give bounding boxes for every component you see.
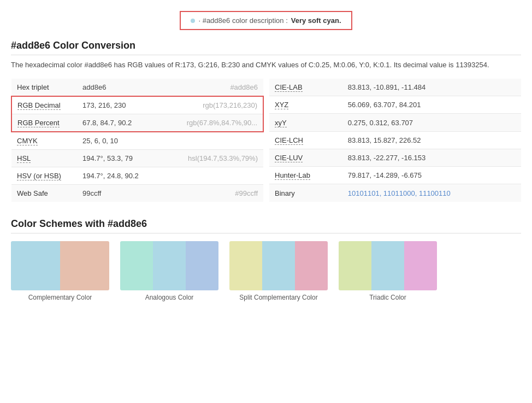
left-label-cell: RGB Percent <box>11 114 77 132</box>
schemes-title: Color Schemes with #add8e6 <box>11 218 521 233</box>
color-swatch-group <box>339 241 437 290</box>
right-value-cell: 83.813, 15.827, 226.52 <box>342 131 521 149</box>
color-swatch <box>295 241 328 290</box>
left-table-row: HSL194.7°, 53.3, 79hsl(194.7,53.3%,79%) <box>11 149 263 167</box>
right-label-cell: XYZ <box>269 96 342 114</box>
left-table-row: Web Safe99ccff#99ccff <box>11 184 263 202</box>
color-swatch <box>404 241 437 290</box>
left-label-cell: HSV (or HSB) <box>11 167 77 184</box>
conversion-title: #add8e6 Color Conversion <box>11 40 521 55</box>
color-scheme-item[interactable]: Split Complementary Color <box>229 241 328 301</box>
scheme-label: Split Complementary Color <box>239 294 317 301</box>
left-label-cell: RGB Decimal <box>11 96 77 114</box>
color-swatch <box>120 241 153 290</box>
scheme-label: Analogous Color <box>145 294 194 301</box>
left-table-row: CMYK25, 6, 0, 10 <box>11 132 263 150</box>
right-label-cell: Binary <box>269 184 342 202</box>
right-label-cell: CIE-LAB <box>269 79 342 96</box>
left-value-cell: 67.8, 84.7, 90.2 <box>77 114 161 132</box>
left-value-cell: 25, 6, 0, 10 <box>77 132 161 150</box>
color-scheme-item[interactable]: Analogous Color <box>120 241 218 301</box>
left-label-cell: HSL <box>11 149 77 167</box>
description-box-wrapper: · #add8e6 color description : Very soft … <box>11 11 521 30</box>
left-hint-cell: rgb(173,216,230) <box>161 96 263 114</box>
right-table-row: xyY0.275, 0.312, 63.707 <box>269 114 521 131</box>
right-table-row: Hunter-Lab79.817, -14.289, -6.675 <box>269 167 521 184</box>
right-table-row: CIE-LAB83.813, -10.891, -11.484 <box>269 79 521 96</box>
description-box: · #add8e6 color description : Very soft … <box>180 11 352 30</box>
left-label-cell: Web Safe <box>11 184 77 202</box>
right-label-cell: CIE-LCH <box>269 131 342 149</box>
page-wrapper: · #add8e6 color description : Very soft … <box>0 0 532 312</box>
left-table: Hex tripletadd8e6#add8e6RGB Decimal173, … <box>11 79 264 202</box>
scheme-label: Triadic Color <box>369 294 406 301</box>
color-swatch <box>153 241 186 290</box>
left-table-row: HSV (or HSB)194.7°, 24.8, 90.2 <box>11 167 263 184</box>
right-table-row: Binary10101101, 11011000, 11100110 <box>269 184 521 202</box>
color-dot <box>191 19 195 23</box>
conversion-paragraph: The hexadecimal color #add8e6 has RGB va… <box>11 60 521 71</box>
color-swatch <box>371 241 404 290</box>
right-table-row: CIE-LCH83.813, 15.827, 226.52 <box>269 131 521 149</box>
right-label-cell: xyY <box>269 114 342 131</box>
color-swatch <box>11 241 60 290</box>
left-value-cell: add8e6 <box>77 79 161 96</box>
left-label-cell: Hex triplet <box>11 79 77 96</box>
color-swatch <box>339 241 371 290</box>
left-label-cell: CMYK <box>11 132 77 150</box>
color-scheme-item[interactable]: Complementary Color <box>11 241 109 301</box>
tables-wrapper: Hex tripletadd8e6#add8e6RGB Decimal173, … <box>11 79 521 202</box>
left-table-row: Hex tripletadd8e6#add8e6 <box>11 79 263 96</box>
right-value-cell: 79.817, -14.289, -6.675 <box>342 167 521 184</box>
right-value-cell: 10101101, 11011000, 11100110 <box>342 184 521 202</box>
left-value-cell: 194.7°, 53.3, 79 <box>77 149 161 167</box>
left-hint-cell <box>161 132 263 150</box>
left-hint-cell: #99ccff <box>161 184 263 202</box>
left-hint-cell <box>161 167 263 184</box>
color-schemes-grid: Complementary ColorAnalogous ColorSplit … <box>11 241 521 301</box>
right-table: CIE-LAB83.813, -10.891, -11.484XYZ56.069… <box>269 79 521 202</box>
right-value-cell: 56.069, 63.707, 84.201 <box>342 96 521 114</box>
color-swatch <box>186 241 218 290</box>
right-value-cell: 83.813, -10.891, -11.484 <box>342 79 521 96</box>
color-swatch <box>262 241 295 290</box>
left-value-cell: 173, 216, 230 <box>77 96 161 114</box>
color-swatch <box>60 241 109 290</box>
right-value-cell: 83.813, -22.277, -16.153 <box>342 149 521 166</box>
left-hint-cell: #add8e6 <box>161 79 263 96</box>
left-value-cell: 99ccff <box>77 184 161 202</box>
left-table-row: RGB Percent67.8, 84.7, 90.2rgb(67.8%,84.… <box>11 114 263 132</box>
description-bold: Very soft cyan. <box>291 16 341 25</box>
color-scheme-item[interactable]: Triadic Color <box>339 241 437 301</box>
color-swatch-group <box>11 241 109 290</box>
left-hint-cell: hsl(194.7,53.3%,79%) <box>161 149 263 167</box>
right-table-row: CIE-LUV83.813, -22.277, -16.153 <box>269 149 521 166</box>
color-swatch-group <box>229 241 328 290</box>
scheme-label: Complementary Color <box>28 294 92 301</box>
left-hint-cell: rgb(67.8%,84.7%,90... <box>161 114 263 132</box>
description-prefix: · #add8e6 color description : <box>198 16 287 25</box>
right-label-cell: CIE-LUV <box>269 149 342 166</box>
color-swatch-group <box>120 241 218 290</box>
left-table-row: RGB Decimal173, 216, 230rgb(173,216,230) <box>11 96 263 114</box>
right-label-cell: Hunter-Lab <box>269 167 342 184</box>
left-value-cell: 194.7°, 24.8, 90.2 <box>77 167 161 184</box>
color-swatch <box>229 241 262 290</box>
right-table-row: XYZ56.069, 63.707, 84.201 <box>269 96 521 114</box>
right-value-cell: 0.275, 0.312, 63.707 <box>342 114 521 131</box>
